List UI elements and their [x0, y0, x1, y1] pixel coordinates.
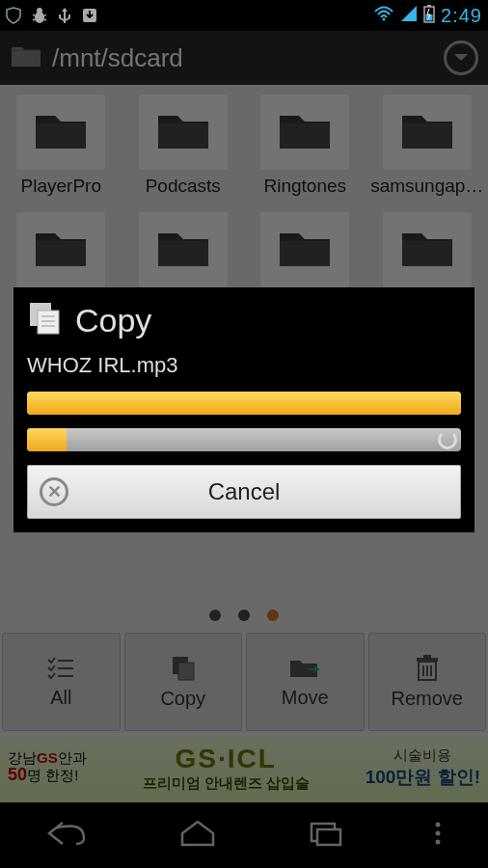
svg-line-5 — [43, 19, 46, 20]
status-bar: 2:49 — [0, 0, 488, 31]
battery-icon — [423, 4, 435, 28]
dialog-title: Copy — [75, 302, 151, 339]
dialog-filename: WHOZ IRL.mp3 — [27, 353, 461, 378]
status-left-icons — [6, 6, 98, 25]
svg-rect-33 — [38, 311, 59, 334]
copy-dialog: Copy WHOZ IRL.mp3 ✕ Cancel — [14, 287, 474, 532]
button-label: Cancel — [208, 478, 281, 505]
cancel-icon: ✕ — [40, 477, 68, 506]
svg-line-4 — [33, 19, 36, 20]
copy-icon — [27, 301, 64, 339]
shield-icon — [6, 7, 21, 24]
svg-rect-9 — [427, 5, 431, 7]
status-right-icons: 2:49 — [373, 4, 482, 28]
download-icon — [81, 7, 98, 24]
wifi-icon — [373, 5, 394, 27]
svg-point-7 — [383, 17, 386, 20]
signal-icon — [400, 5, 418, 27]
svg-point-1 — [37, 8, 42, 14]
usb-icon — [58, 6, 71, 25]
progress-bar-current — [27, 428, 461, 451]
spinner-icon — [438, 430, 457, 449]
status-clock: 2:49 — [441, 5, 482, 27]
progress-bar-overall — [27, 392, 461, 415]
cancel-button[interactable]: ✕ Cancel — [27, 465, 461, 519]
bug-icon — [31, 7, 48, 24]
